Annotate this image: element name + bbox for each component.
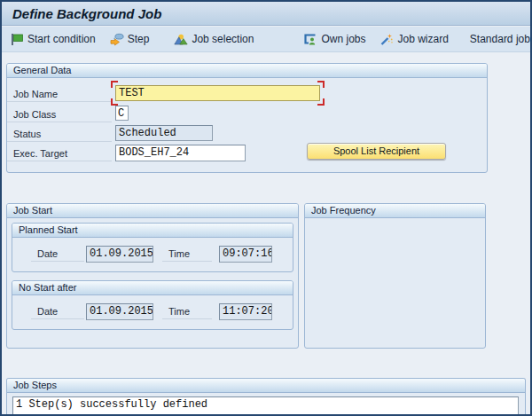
job-class-input[interactable]: C: [115, 106, 129, 121]
planned-start-box: Planned Start Date 01.09.2015 Time 09:07…: [12, 223, 293, 272]
planned-start-header: Planned Start: [12, 224, 293, 238]
mountains-icon: [174, 33, 188, 46]
start-condition-label: Start condition: [27, 33, 96, 45]
own-jobs-label: Own jobs: [321, 33, 365, 45]
general-data-header: General Data: [7, 64, 487, 78]
general-data-box: General Data Job Name TEST Job Class C S…: [6, 63, 488, 173]
planned-start-date-label: Date: [31, 248, 84, 262]
status-field: Scheduled: [115, 125, 213, 141]
application-toolbar: Start condition Step Job selection Own j…: [2, 27, 530, 52]
monitor-user-icon: [303, 33, 317, 46]
step-icon: [110, 33, 124, 46]
start-condition-button[interactable]: Start condition: [11, 33, 96, 46]
flag-icon: [11, 33, 24, 46]
job-class-label: Job Class: [7, 109, 112, 122]
job-steps-status-field: 1 Step(s) successfully defined: [12, 396, 519, 416]
job-selection-button[interactable]: Job selection: [174, 33, 254, 46]
job-steps-header: Job Steps: [7, 379, 525, 393]
sap-window: Define Background Job Start condition St…: [0, 0, 532, 416]
planned-start-time-field: 09:07:16: [219, 246, 272, 263]
no-start-after-time-field: 11:07:20: [219, 303, 272, 320]
title-bar: Define Background Job: [2, 2, 530, 26]
no-start-after-date-field: 01.09.2015: [86, 303, 153, 320]
status-label: Status: [7, 129, 112, 142]
wand-icon: [379, 33, 394, 46]
job-steps-box: Job Steps 1 Step(s) successfully defined: [6, 378, 526, 415]
page-title: Define Background Job: [12, 6, 161, 21]
exec-target-label: Exec. Target: [7, 148, 112, 161]
no-start-after-date-label: Date: [31, 306, 84, 319]
job-wizard-label: Job wizard: [397, 33, 448, 45]
job-selection-label: Job selection: [192, 33, 254, 45]
job-start-box: Job Start Planned Start Date 01.09.2015 …: [6, 203, 299, 349]
step-label: Step: [128, 33, 150, 45]
standard-jobs-label: Standard jobs: [470, 33, 532, 45]
own-jobs-button[interactable]: Own jobs: [303, 33, 365, 46]
job-start-header: Job Start: [7, 204, 298, 218]
job-frequency-header: Job Frequency: [305, 204, 485, 218]
job-name-input[interactable]: TEST: [115, 85, 320, 101]
no-start-after-box: No Start after Date 01.09.2015 Time 11:0…: [12, 280, 293, 330]
standard-jobs-button[interactable]: Standard jobs: [470, 33, 532, 45]
planned-start-time-label: Time: [162, 248, 212, 262]
job-wizard-button[interactable]: Job wizard: [379, 33, 448, 46]
no-start-after-header: No Start after: [12, 281, 293, 295]
no-start-after-time-label: Time: [162, 306, 212, 319]
spool-list-recipient-button[interactable]: Spool List Recipient: [307, 143, 446, 160]
job-name-label: Job Name: [7, 89, 112, 102]
step-button[interactable]: Step: [110, 33, 150, 46]
planned-start-date-field: 01.09.2015: [86, 246, 153, 263]
job-frequency-box: Job Frequency: [304, 203, 486, 349]
exec-target-input[interactable]: BODS_EH7_24: [115, 145, 246, 161]
